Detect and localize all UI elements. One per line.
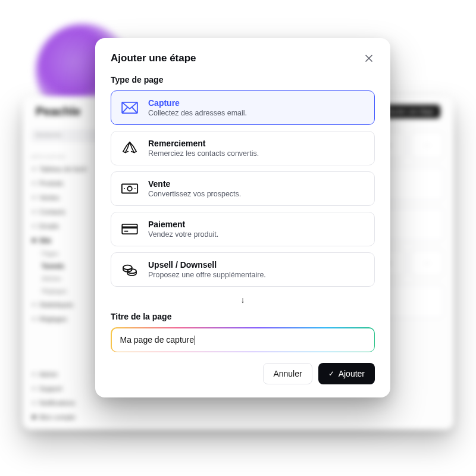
option-subtitle: Convertissez vos prospects. (148, 190, 241, 198)
coins-icon (121, 262, 139, 277)
close-icon[interactable] (363, 52, 375, 64)
submit-button-label: Ajouter (339, 369, 365, 378)
svg-point-5 (124, 188, 125, 189)
page-title-input[interactable]: Ma page de capture (112, 328, 374, 352)
option-thanks[interactable]: Remerciement Remerciez les contacts conv… (111, 131, 375, 165)
page-title-input-value: Ma page de capture (120, 335, 195, 345)
brand-logo: Peachle (36, 105, 81, 118)
option-subtitle: Vendez votre produit. (148, 230, 218, 239)
page-type-label: Type de page (111, 75, 375, 84)
pray-hands-icon (121, 141, 139, 155)
option-title: Upsell / Downsell (148, 260, 266, 270)
sidebar-search: Recherche (31, 129, 104, 142)
option-title: Remerciement (148, 139, 259, 148)
sidebar-category: APPLICATION (31, 154, 104, 159)
option-upsell[interactable]: Upsell / Downsell Proposez une offre sup… (111, 252, 375, 287)
svg-point-4 (127, 186, 132, 191)
option-payment[interactable]: Paiement Vendez votre produit. (111, 212, 375, 246)
submit-button[interactable]: ✓ Ajouter (318, 363, 375, 384)
option-subtitle: Collectez des adresses email. (148, 109, 247, 117)
option-title: Paiement (148, 220, 218, 229)
check-icon: ✓ (328, 369, 334, 378)
option-title: Capture (148, 98, 247, 108)
page-type-options: Capture Collectez des adresses email. Re… (111, 90, 375, 287)
svg-rect-7 (122, 224, 137, 234)
option-capture[interactable]: Capture Collectez des adresses email. (111, 90, 375, 125)
modal-title: Ajouter une étape (111, 52, 196, 64)
svg-rect-8 (122, 226, 137, 228)
arrow-down-icon: ↓ (111, 295, 375, 305)
cancel-button[interactable]: Annuler (263, 363, 312, 384)
text-caret (195, 336, 195, 345)
option-subtitle: Proposez une offre supplémentaire. (148, 271, 266, 279)
add-step-modal: Ajouter une étape Type de page Capture C… (95, 38, 390, 397)
credit-card-icon (121, 222, 139, 236)
option-title: Vente (148, 179, 241, 189)
svg-point-6 (134, 188, 136, 189)
page-title-input-wrap: Ma page de capture (111, 327, 375, 352)
banknote-icon (121, 181, 139, 196)
option-sale[interactable]: Vente Convertissez vos prospects. (111, 171, 375, 206)
envelope-icon (121, 101, 139, 115)
option-subtitle: Remerciez les contacts convertis. (148, 149, 259, 158)
page-title-label: Titre de la page (111, 312, 375, 321)
